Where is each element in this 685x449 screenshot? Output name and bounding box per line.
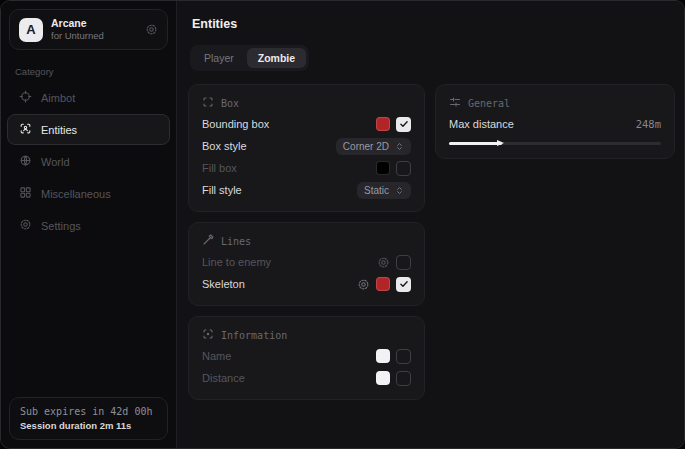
app-titles: Arcane for Unturned [51,17,104,42]
setting-row-line-to-enemy: Line to enemy [202,251,411,273]
color-swatch[interactable] [376,117,390,131]
max-distance-slider[interactable] [449,138,661,148]
slider-fill [449,142,502,145]
sidebar-item-entities[interactable]: Entities [7,114,170,145]
checkbox-unchecked[interactable] [396,161,411,176]
max-distance-value: 248m [636,118,661,130]
main-content: Entities Player Zombie Box [176,1,684,448]
setting-row-box-style: Box style Corner 2D [202,135,411,157]
tab-zombie[interactable]: Zombie [247,48,306,68]
sliders-icon [449,96,461,110]
sidebar-item-settings[interactable]: Settings [7,210,170,241]
left-column: Box Bounding box Box style [188,84,425,400]
sidebar-item-label: Aimbot [41,92,75,104]
setting-label: Fill box [202,162,237,174]
panel-lines: Lines Line to enemy Skeleton [188,222,425,306]
setting-label: Name [202,350,231,362]
panel-header-label: Box [221,98,239,109]
sidebar-item-miscellaneous[interactable]: Miscellaneous [7,178,170,209]
setting-label: Line to enemy [202,256,271,268]
app-header-card: A Arcane for Unturned [9,9,168,50]
setting-label: Fill style [202,184,242,196]
setting-label: Max distance [449,118,514,130]
fill-style-dropdown[interactable]: Static [357,182,411,199]
app-logo: A [19,18,43,42]
tab-bar: Player Zombie [190,45,309,71]
setting-row-max-distance: Max distance 248m [449,113,661,135]
panel-lines-header: Lines [202,231,411,251]
chevrons-up-down-icon [395,142,404,151]
box-corners-icon [202,96,214,110]
checkbox-unchecked[interactable] [396,371,411,386]
setting-label: Box style [202,140,247,152]
category-label: Category [15,66,162,77]
sidebar-item-aimbot[interactable]: Aimbot [7,82,170,113]
panel-general-header: General [449,93,661,113]
panel-header-label: Lines [221,236,251,247]
tab-player[interactable]: Player [193,48,245,68]
entity-scan-icon [19,122,32,137]
setting-row-bounding-box: Bounding box [202,113,411,135]
right-column: General Max distance 248m [435,84,675,159]
dropdown-value: Corner 2D [343,141,389,152]
sidebar-item-label: Miscellaneous [41,188,111,200]
panel-header-label: Information [221,330,287,341]
sidebar-item-label: Entities [41,124,77,136]
panel-box-header: Box [202,93,411,113]
sidebar-item-world[interactable]: World [7,146,170,177]
checkbox-unchecked[interactable] [396,255,411,270]
color-swatch[interactable] [376,161,390,175]
dropdown-value: Static [364,185,389,196]
sidebar-item-label: Settings [41,220,81,232]
app-subtitle: for Unturned [51,30,104,42]
setting-row-name: Name [202,345,411,367]
chevrons-up-down-icon [395,186,404,195]
panel-information-header: Information [202,325,411,345]
color-swatch[interactable] [376,277,390,291]
sub-expiry-text: Sub expires in 42d 00h [20,406,157,417]
checkbox-checked[interactable] [396,277,411,292]
setting-label: Bounding box [202,118,269,130]
sidebar-nav: Aimbot Entities World [1,82,176,242]
sidebar: A Arcane for Unturned Category Aimbo [1,1,176,448]
setting-row-distance: Distance [202,367,411,389]
gear-icon[interactable] [377,256,390,269]
setting-row-fill-style: Fill style Static [202,179,411,201]
setting-row-fill-box: Fill box [202,157,411,179]
color-swatch[interactable] [376,371,390,385]
layout-grid-icon [19,186,32,201]
scan-dot-icon [202,328,214,342]
app-window: A Arcane for Unturned Category Aimbo [0,0,685,449]
checkbox-unchecked[interactable] [396,349,411,364]
pencil-line-icon [202,234,214,248]
page-title: Entities [192,17,675,31]
slider-thumb[interactable] [497,140,504,146]
app-title: Arcane [51,17,104,30]
app-logo-letter: A [26,22,35,37]
session-duration-text: Session duration 2m 11s [20,420,157,431]
color-swatch[interactable] [376,349,390,363]
gear-icon [19,218,32,233]
panel-box: Box Bounding box Box style [188,84,425,212]
setting-row-skeleton: Skeleton [202,273,411,295]
settings-columns: Box Bounding box Box style [188,84,675,400]
crosshair-icon [19,90,32,105]
panel-general: General Max distance 248m [435,84,675,159]
subscription-card: Sub expires in 42d 00h Session duration … [9,397,168,440]
sidebar-item-label: World [41,156,70,168]
gear-icon[interactable] [145,23,158,36]
panel-information: Information Name Distance [188,316,425,400]
gear-icon[interactable] [357,278,370,291]
panel-header-label: General [468,98,510,109]
setting-label: Distance [202,372,245,384]
globe-icon [19,154,32,169]
checkbox-checked[interactable] [396,117,411,132]
setting-label: Skeleton [202,278,245,290]
box-style-dropdown[interactable]: Corner 2D [336,138,411,155]
